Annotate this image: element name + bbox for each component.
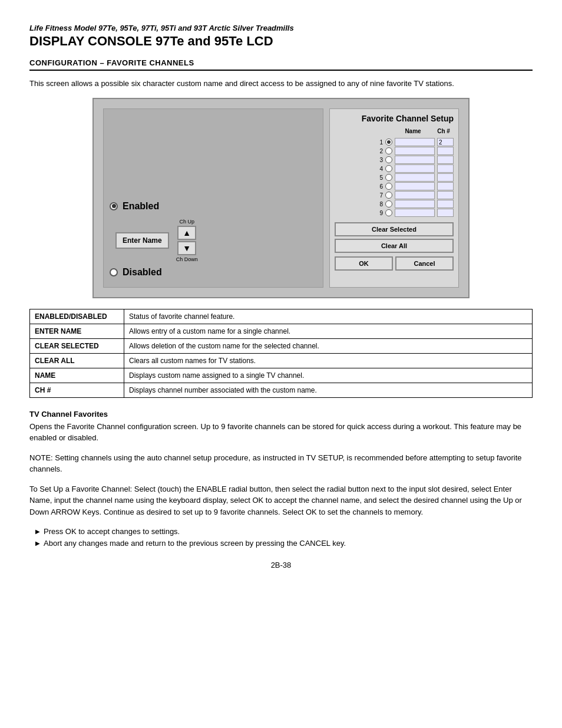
disabled-label: Disabled	[123, 267, 162, 278]
fcs-col-name: Name	[392, 128, 434, 134]
ch-name-input[interactable]	[395, 156, 435, 164]
table-row: ENABLED/DISABLEDStatus of favorite chann…	[30, 309, 533, 324]
ch-up-label: Ch Up	[179, 219, 194, 225]
ch-row-num: 6	[376, 183, 383, 190]
table-cell-key: CLEAR SELECTED	[30, 338, 124, 353]
ch-row-radio[interactable]	[385, 156, 392, 163]
section-text: Opens the Favorite Channel configuration…	[29, 421, 533, 444]
ok-cancel-row: OK Cancel	[335, 256, 454, 271]
ch-row-num: 3	[376, 157, 383, 163]
ch-name-input[interactable]	[395, 191, 435, 199]
ch-num-input[interactable]	[437, 138, 454, 146]
table-row: ENTER NAMEAllows entry of a custom name …	[30, 324, 533, 338]
ch-row-radio[interactable]	[385, 209, 392, 216]
ch-row-radio[interactable]	[385, 192, 392, 199]
arrow-col: Ch Up ▲ ▼ Ch Down	[176, 219, 198, 262]
table-row: CH #Displays channel number associated w…	[30, 383, 533, 397]
section-header: CONFIGURATION – FAVORITE CHANNELS	[29, 58, 533, 71]
doc-subtitle: Life Fitness Model 97Te, 95Te, 97Ti, 95T…	[29, 24, 533, 32]
ch-row-radio[interactable]	[385, 147, 392, 154]
disabled-radio[interactable]	[110, 268, 118, 276]
fcs-col-ch: Ch #	[435, 128, 452, 134]
table-row: NAMEDisplays custom name assigned to a s…	[30, 368, 533, 383]
ch-name-input[interactable]	[395, 209, 435, 217]
channel-row: 2	[335, 147, 454, 155]
ch-num-input[interactable]	[437, 164, 454, 173]
fcs-header: Name Ch #	[335, 128, 454, 134]
table-cell-value: Displays channel number associated with …	[124, 383, 533, 397]
page-number: 2B-38	[29, 561, 533, 569]
ch-name-input[interactable]	[395, 173, 435, 182]
ch-row-num: 7	[376, 192, 383, 199]
enabled-radio[interactable]	[110, 202, 118, 210]
clear-selected-button[interactable]: Clear Selected	[335, 222, 454, 236]
simulator: Enabled Enter Name Ch Up ▲ ▼ Ch Down Dis…	[92, 98, 470, 298]
ch-row-radio[interactable]	[385, 165, 392, 172]
channel-row: 6	[335, 182, 454, 190]
ch-down-button[interactable]: ▼	[177, 241, 196, 255]
fcs-buttons: Clear Selected Clear All OK Cancel	[335, 222, 454, 271]
clear-all-button[interactable]: Clear All	[335, 239, 454, 253]
channel-rows: 123456789	[335, 138, 454, 218]
channel-row: 8	[335, 200, 454, 208]
info-table: ENABLED/DISABLEDStatus of favorite chann…	[29, 309, 533, 398]
ch-row-num: 2	[376, 148, 383, 154]
ok-button[interactable]: OK	[335, 256, 393, 271]
table-cell-key: CH #	[30, 383, 124, 397]
ch-up-button[interactable]: ▲	[177, 226, 196, 240]
channel-row: 3	[335, 156, 454, 164]
body-section: To Set Up a Favorite Channel: Select (to…	[29, 483, 533, 518]
body-section: TV Channel FavoritesOpens the Favorite C…	[29, 410, 533, 444]
table-cell-value: Displays custom name assigned to a singl…	[124, 368, 533, 383]
ch-row-num: 1	[376, 139, 383, 146]
channel-row: 5	[335, 173, 454, 182]
table-cell-key: ENTER NAME	[30, 324, 124, 338]
ch-row-radio[interactable]	[385, 139, 392, 146]
table-cell-key: NAME	[30, 368, 124, 383]
channel-row: 9	[335, 209, 454, 217]
ch-name-input[interactable]	[395, 182, 435, 190]
sim-left-panel: Enabled Enter Name Ch Up ▲ ▼ Ch Down Dis…	[103, 108, 323, 288]
channel-row: 1	[335, 138, 454, 146]
ch-num-input[interactable]	[437, 200, 454, 208]
channel-row: 7	[335, 191, 454, 199]
enabled-row: Enabled	[110, 201, 317, 212]
section-text: NOTE: Setting channels using the auto ch…	[29, 452, 533, 475]
table-cell-key: CLEAR ALL	[30, 353, 124, 368]
table-cell-value: Clears all custom names for TV stations.	[124, 353, 533, 368]
cancel-button[interactable]: Cancel	[395, 256, 454, 271]
table-row: CLEAR ALLClears all custom names for TV …	[30, 353, 533, 368]
body-sections: TV Channel FavoritesOpens the Favorite C…	[29, 410, 533, 518]
table-cell-key: ENABLED/DISABLED	[30, 309, 124, 324]
fcs-title: Favorite Channel Setup	[335, 114, 454, 124]
enter-name-button[interactable]: Enter Name	[115, 232, 169, 249]
ch-row-num: 9	[376, 210, 383, 216]
disabled-row: Disabled	[110, 267, 317, 278]
ch-row-num: 4	[376, 166, 383, 172]
ch-num-input[interactable]	[437, 191, 454, 199]
ch-row-radio[interactable]	[385, 183, 392, 190]
ch-name-input[interactable]	[395, 138, 435, 146]
ch-row-radio[interactable]	[385, 174, 392, 181]
ch-num-input[interactable]	[437, 173, 454, 182]
ch-num-input[interactable]	[437, 209, 454, 217]
table-cell-value: Status of favorite channel feature.	[124, 309, 533, 324]
ch-name-input[interactable]	[395, 147, 435, 155]
ch-num-input[interactable]	[437, 156, 454, 164]
enabled-label: Enabled	[123, 201, 159, 212]
ch-row-num: 5	[376, 174, 383, 181]
fcs-panel: Favorite Channel Setup Name Ch # 1234567…	[329, 108, 459, 288]
ch-name-input[interactable]	[395, 164, 435, 173]
ch-down-label: Ch Down	[176, 256, 198, 262]
left-controls: Enabled Enter Name Ch Up ▲ ▼ Ch Down Dis…	[110, 201, 317, 278]
ch-num-input[interactable]	[437, 147, 454, 155]
table-row: CLEAR SELECTEDAllows deletion of the cus…	[30, 338, 533, 353]
ch-row-radio[interactable]	[385, 200, 392, 207]
section-title: TV Channel Favorites	[29, 410, 533, 419]
bullet-list: Press OK to accept changes to settings.A…	[29, 526, 533, 549]
ch-row-num: 8	[376, 201, 383, 207]
section-text: To Set Up a Favorite Channel: Select (to…	[29, 483, 533, 518]
enter-name-row: Enter Name Ch Up ▲ ▼ Ch Down	[110, 219, 317, 262]
ch-name-input[interactable]	[395, 200, 435, 208]
ch-num-input[interactable]	[437, 182, 454, 190]
